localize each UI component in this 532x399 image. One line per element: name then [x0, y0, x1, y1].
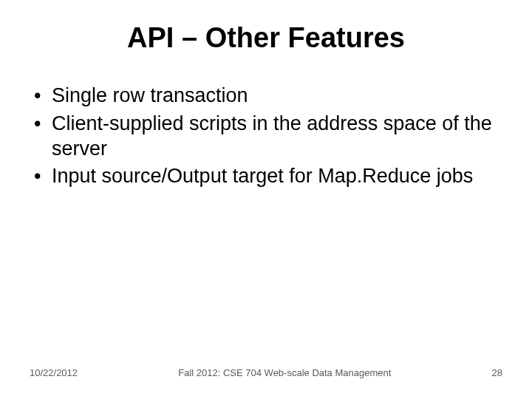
footer-page-number: 28 — [492, 367, 502, 378]
footer-course: Fall 2012: CSE 704 Web-scale Data Manage… — [78, 367, 491, 378]
bullet-list: • Single row transaction • Client-suppli… — [30, 83, 502, 189]
slide: API – Other Features • Single row transa… — [0, 0, 532, 399]
bullet-dot-icon: • — [30, 112, 52, 162]
list-item: • Single row transaction — [30, 83, 502, 109]
bullet-text: Client-supplied scripts in the address s… — [52, 112, 502, 162]
list-item: • Client-supplied scripts in the address… — [30, 112, 502, 162]
bullet-text: Input source/Output target for Map.Reduc… — [52, 164, 502, 189]
list-item: • Input source/Output target for Map.Red… — [30, 164, 502, 189]
slide-footer: 10/22/2012 Fall 2012: CSE 704 Web-scale … — [30, 367, 502, 378]
bullet-text: Single row transaction — [52, 83, 502, 109]
slide-title: API – Other Features — [30, 22, 502, 54]
bullet-dot-icon: • — [30, 164, 52, 189]
footer-date: 10/22/2012 — [30, 367, 78, 378]
bullet-dot-icon: • — [30, 83, 52, 109]
